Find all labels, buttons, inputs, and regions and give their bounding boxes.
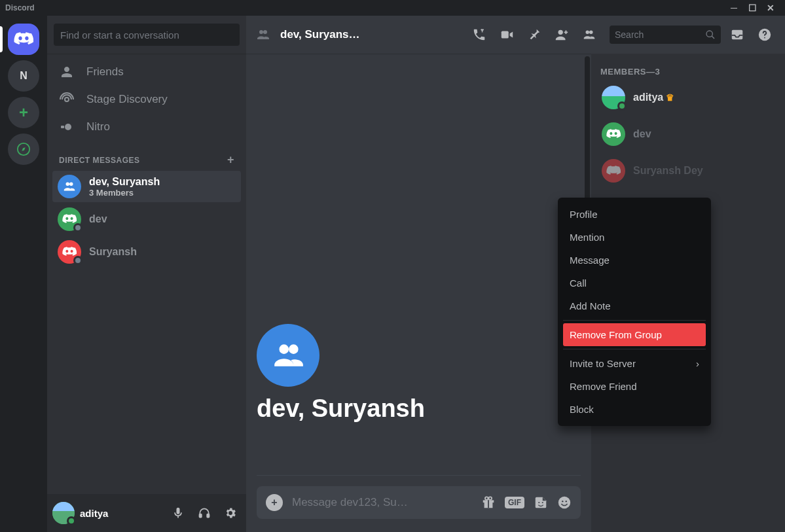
server-n-label: N: [20, 70, 27, 82]
inbox-icon: [730, 27, 744, 42]
context-remove-from-group[interactable]: Remove From Group: [563, 323, 706, 346]
context-remove-friend[interactable]: Remove Friend: [563, 375, 706, 398]
find-conversation-placeholder: Find or start a conversation: [60, 29, 179, 41]
help-icon: [758, 27, 772, 42]
svg-point-1: [65, 98, 69, 101]
welcome-title: dev, Suryansh: [257, 395, 581, 423]
crown-icon: ♛: [666, 92, 674, 103]
dm-section-header: DIRECT MESSAGES +: [52, 141, 241, 169]
context-menu: Profile Mention Message Call Add Note Re…: [558, 198, 711, 426]
context-add-note[interactable]: Add Note: [563, 294, 706, 317]
member-dev[interactable]: dev: [600, 118, 780, 150]
dm-item-name: dev: [89, 213, 107, 225]
people-icon: [582, 27, 596, 42]
search-input[interactable]: Search: [610, 26, 721, 44]
home-button[interactable]: [8, 24, 39, 55]
dm-item-dev[interactable]: dev: [52, 204, 241, 235]
nav-nitro-label: Nitro: [86, 120, 110, 133]
context-invite-to-server[interactable]: Invite to Server ›: [563, 352, 706, 375]
titlebar: Discord ─ ☐ ✕: [0, 0, 785, 16]
mute-mic-button[interactable]: [168, 503, 189, 523]
help-button[interactable]: [758, 27, 776, 42]
nav-nitro[interactable]: Nitro: [52, 114, 241, 140]
svg-line-9: [712, 36, 714, 39]
svg-point-15: [485, 497, 488, 500]
member-name: Suryansh Dey: [633, 165, 703, 177]
plus-icon: +: [19, 103, 28, 122]
discord-clyde-icon: [606, 166, 621, 176]
gift-icon: [481, 495, 496, 510]
nav-stage-discovery[interactable]: Stage Discovery: [52, 86, 241, 113]
window-maximize-button[interactable]: ☐: [743, 3, 761, 13]
avatar-dev: [58, 207, 81, 231]
add-server-button[interactable]: +: [8, 97, 39, 128]
pinned-messages-button[interactable]: [527, 27, 545, 42]
dm-item-sub: 3 Members: [89, 188, 160, 198]
context-message[interactable]: Message: [563, 249, 706, 272]
video-icon: [500, 27, 514, 42]
group-large-avatar-icon: [257, 324, 319, 387]
person-add-icon: [555, 27, 569, 42]
search-icon: [705, 29, 716, 40]
sticker-button[interactable]: [534, 495, 548, 510]
nav-friends[interactable]: Friends: [52, 59, 241, 85]
dm-item-group[interactable]: dev, Suryansh 3 Members: [52, 171, 241, 202]
deafen-button[interactable]: [194, 503, 215, 523]
context-call[interactable]: Call: [563, 272, 706, 294]
group-avatar-icon: [58, 175, 81, 198]
member-suryansh[interactable]: Suryansh Dey: [600, 155, 780, 186]
dm-item-name: dev, Suryansh: [89, 176, 160, 188]
headphones-icon: [198, 506, 211, 520]
phone-icon: [472, 27, 486, 42]
avatar: [602, 159, 625, 183]
composer-placeholder: Message dev123, Su…: [292, 496, 472, 509]
dm-sidebar: Find or start a conversation Friends Sta…: [47, 16, 246, 532]
plus-icon: +: [271, 497, 277, 508]
nav-stage-label: Stage Discovery: [86, 93, 168, 106]
context-mention[interactable]: Mention: [563, 226, 706, 249]
svg-rect-5: [207, 514, 209, 518]
emoji-icon: [557, 495, 572, 510]
svg-rect-4: [200, 514, 202, 518]
server-rail: N +: [0, 16, 47, 532]
start-video-call-button[interactable]: [500, 27, 518, 42]
user-footer: aditya: [47, 494, 246, 532]
find-conversation-button[interactable]: Find or start a conversation: [54, 24, 240, 46]
start-voice-call-button[interactable]: [472, 27, 490, 42]
window-minimize-button[interactable]: ─: [725, 3, 743, 13]
gif-button[interactable]: GIF: [505, 497, 524, 508]
svg-rect-6: [502, 31, 509, 39]
divider: [257, 475, 581, 476]
svg-point-16: [488, 497, 492, 500]
message-composer[interactable]: + Message dev123, Su… GIF: [257, 486, 581, 519]
member-name: dev: [633, 128, 651, 140]
attach-button[interactable]: +: [266, 494, 283, 511]
discord-logo-icon: [14, 32, 33, 46]
svg-point-7: [558, 30, 563, 35]
gift-button[interactable]: [481, 495, 496, 510]
user-settings-button[interactable]: [220, 503, 241, 523]
create-dm-button[interactable]: +: [227, 153, 234, 167]
friends-icon: [59, 64, 75, 80]
dm-item-suryansh[interactable]: Suryansh: [52, 236, 241, 268]
context-block[interactable]: Block: [563, 398, 706, 421]
window-close-button[interactable]: ✕: [761, 3, 780, 13]
context-profile[interactable]: Profile: [563, 203, 706, 226]
dm-item-name: Suryansh: [89, 246, 137, 258]
svg-point-2: [65, 124, 71, 130]
self-username: aditya: [80, 508, 162, 519]
svg-point-8: [706, 31, 712, 37]
member-aditya[interactable]: aditya♛: [600, 82, 780, 113]
inbox-button[interactable]: [730, 27, 748, 42]
stage-icon: [59, 92, 75, 107]
welcome-block: dev, Suryansh: [246, 324, 591, 486]
pin-icon: [527, 27, 541, 42]
svg-point-21: [566, 501, 567, 502]
show-member-list-button[interactable]: [582, 27, 600, 42]
explore-servers-button[interactable]: [8, 133, 39, 165]
svg-rect-3: [61, 126, 64, 128]
emoji-button[interactable]: [557, 495, 572, 510]
discord-clyde-icon: [62, 214, 77, 224]
add-friends-to-dm-button[interactable]: [555, 27, 573, 42]
server-n[interactable]: N: [8, 60, 39, 92]
